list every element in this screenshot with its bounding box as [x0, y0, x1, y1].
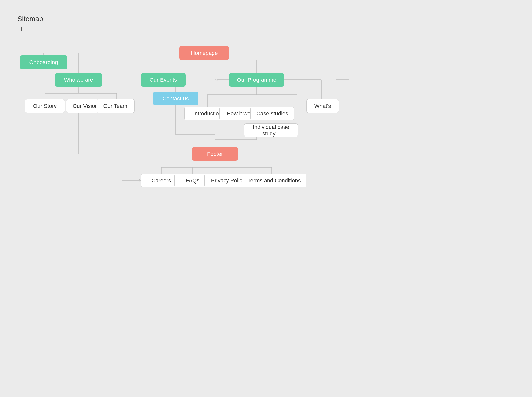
node-contact-us[interactable]: Contact us: [153, 92, 198, 105]
node-whats[interactable]: What's: [306, 99, 339, 113]
node-individual-case[interactable]: Individual case study...: [244, 123, 298, 137]
node-our-story[interactable]: Our Story: [25, 99, 65, 113]
node-who-we-are[interactable]: Who we are: [55, 73, 102, 87]
sitemap-down-arrow: ↓: [20, 25, 23, 33]
node-case-studies[interactable]: Case studies: [250, 107, 294, 120]
node-onboarding[interactable]: Onboarding: [20, 55, 67, 69]
node-our-programme[interactable]: Our Programme: [229, 73, 284, 87]
node-terms[interactable]: Terms and Conditions: [242, 174, 306, 187]
node-footer[interactable]: Footer: [192, 147, 238, 161]
node-our-events[interactable]: Our Events: [141, 73, 186, 87]
node-our-team[interactable]: Our Team: [96, 99, 135, 113]
node-homepage[interactable]: Homepage: [179, 46, 229, 60]
sitemap-title: Sitemap: [17, 15, 43, 23]
